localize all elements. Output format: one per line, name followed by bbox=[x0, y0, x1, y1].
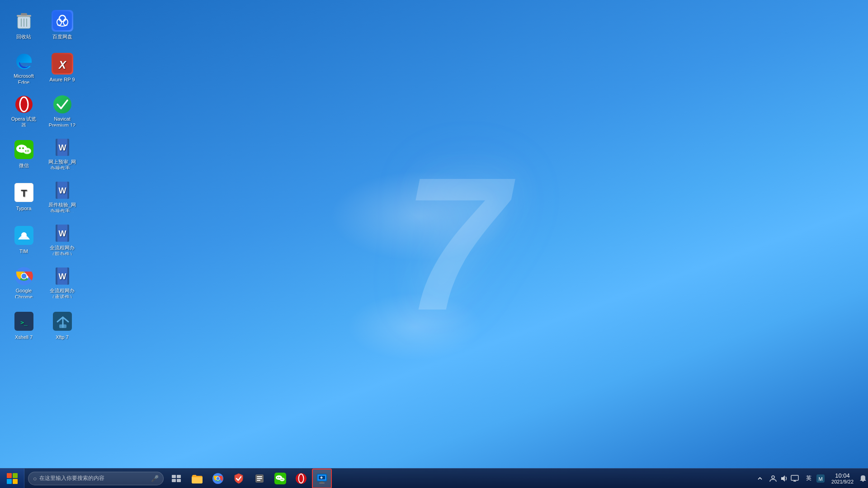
svg-rect-52 bbox=[172, 479, 176, 482]
edge-icon bbox=[13, 52, 35, 71]
desktop-icon-axure[interactable]: X Axure RP 9 bbox=[45, 50, 79, 86]
desktop-icon-doc3[interactable]: W 全流程网办（即办件）_... bbox=[45, 221, 79, 258]
glow-effect-1 bbox=[330, 171, 511, 261]
tim-label: TIM bbox=[19, 248, 28, 254]
tools-icon bbox=[254, 473, 265, 484]
desktop-icons-area: 回收站 百度网盘 bbox=[5, 5, 84, 350]
desktop-icon-opera[interactable]: Opera 试览器 bbox=[7, 93, 41, 129]
task-view-icon bbox=[172, 475, 181, 482]
chrome-icon bbox=[13, 267, 35, 286]
axure-icon: X bbox=[52, 53, 73, 75]
svg-rect-49 bbox=[13, 479, 18, 484]
svg-point-63 bbox=[277, 477, 278, 478]
baidu-pan-label: 百度网盘 bbox=[52, 33, 72, 40]
taskbar-app-rdp[interactable] bbox=[312, 469, 332, 488]
opera-taskbar-icon bbox=[295, 473, 307, 484]
desktop-icon-tim[interactable]: TIM bbox=[7, 221, 41, 258]
navicat-label: Navicat Premium 12 bbox=[47, 116, 77, 127]
taskbar-search[interactable]: ○ 在这里输入你要搜索的内容 🎤 bbox=[28, 472, 164, 485]
desktop-icon-doc2[interactable]: W 原件核验_网办操作手... bbox=[45, 178, 79, 215]
taskbar: ○ 在这里输入你要搜索的内容 🎤 bbox=[0, 468, 868, 488]
baidu-pan-icon bbox=[52, 10, 73, 32]
desktop-icon-xshell[interactable]: >_ Xshell 7 bbox=[7, 307, 41, 343]
wechat-label: 微信 bbox=[19, 162, 29, 169]
svg-rect-1 bbox=[21, 13, 27, 15]
taskbar-app-opera[interactable] bbox=[291, 469, 311, 488]
xftp-icon bbox=[52, 310, 73, 332]
svg-text:W: W bbox=[58, 143, 66, 152]
display-icon bbox=[791, 474, 799, 483]
svg-rect-60 bbox=[257, 480, 260, 481]
desktop-icon-baidu-pan[interactable]: 百度网盘 bbox=[45, 7, 79, 43]
desktop-icon-recycle-bin[interactable]: 回收站 bbox=[7, 7, 41, 43]
tray-icon-network[interactable] bbox=[768, 469, 778, 488]
recycle-bin-label: 回收站 bbox=[16, 33, 31, 40]
doc1-icon: W bbox=[52, 138, 73, 157]
volume-icon bbox=[780, 474, 788, 483]
task-view-button[interactable] bbox=[167, 469, 185, 488]
svg-rect-59 bbox=[257, 478, 262, 479]
tray-icons-group bbox=[764, 469, 803, 488]
svg-point-76 bbox=[772, 476, 774, 479]
typora-label: Typora bbox=[16, 205, 32, 211]
svg-rect-46 bbox=[7, 473, 12, 478]
svg-rect-77 bbox=[791, 475, 798, 480]
svg-rect-47 bbox=[13, 473, 18, 478]
svg-point-38 bbox=[21, 274, 26, 279]
taskbar-app-chrome[interactable] bbox=[208, 469, 228, 488]
recycle-bin-icon bbox=[13, 10, 35, 32]
taskbar-app-tools[interactable] bbox=[250, 469, 269, 488]
doc1-label: 网上预审_网办操作手... bbox=[47, 159, 77, 169]
glow-effect-2 bbox=[347, 293, 483, 361]
svg-point-21 bbox=[27, 150, 28, 151]
security-icon bbox=[233, 473, 245, 484]
chrome-label: Google Chrome bbox=[9, 287, 38, 298]
svg-text:X: X bbox=[57, 59, 66, 71]
navicat-icon bbox=[52, 95, 73, 114]
opera-label: Opera 试览器 bbox=[9, 116, 38, 127]
tray-icon-display[interactable] bbox=[790, 469, 800, 488]
svg-text:W: W bbox=[58, 186, 66, 195]
svg-text:T: T bbox=[21, 188, 27, 199]
svg-rect-72 bbox=[321, 481, 323, 483]
desktop-icon-doc1[interactable]: W 网上预审_网办操作手... bbox=[45, 136, 79, 172]
svg-point-20 bbox=[25, 150, 26, 151]
doc4-label: 全流程网办（承诺件）_... bbox=[47, 287, 77, 298]
svg-point-65 bbox=[280, 478, 285, 481]
desktop-icon-doc4[interactable]: W 全流程网办（承诺件）_... bbox=[45, 264, 79, 300]
svg-point-18 bbox=[22, 147, 24, 149]
desktop-icon-navicat[interactable]: Navicat Premium 12 bbox=[45, 93, 79, 129]
language-indicator[interactable]: 英 bbox=[803, 469, 814, 488]
clock[interactable]: 10:04 2021/9/22 bbox=[827, 469, 858, 488]
svg-rect-73 bbox=[319, 483, 325, 483]
svg-point-14 bbox=[53, 95, 71, 113]
desktop-icon-edge[interactable]: Microsoft Edge bbox=[7, 50, 41, 86]
tim-icon bbox=[13, 225, 35, 246]
notification-button[interactable] bbox=[858, 469, 868, 488]
chrome-taskbar-icon bbox=[212, 473, 224, 484]
desktop-icon-typora[interactable]: T Typora bbox=[7, 178, 41, 215]
tray-expand-button[interactable] bbox=[755, 469, 764, 488]
svg-point-17 bbox=[19, 147, 21, 149]
svg-point-66 bbox=[281, 479, 282, 480]
win7-watermark: 7 bbox=[402, 149, 508, 339]
desktop-icon-chrome[interactable]: Google Chrome bbox=[7, 264, 41, 300]
tray-icon-volume[interactable] bbox=[779, 469, 789, 488]
svg-point-12 bbox=[15, 96, 33, 113]
start-button[interactable] bbox=[0, 469, 24, 488]
svg-point-67 bbox=[283, 479, 283, 480]
desktop-icon-xftp[interactable]: Xftp 7 bbox=[45, 307, 79, 343]
ime-indicator[interactable]: M bbox=[814, 469, 827, 488]
wechat-icon bbox=[13, 139, 35, 160]
taskbar-app-wechat[interactable] bbox=[270, 469, 290, 488]
system-tray: 英 M 10:04 2021/9/22 bbox=[755, 469, 868, 488]
axure-label: Axure RP 9 bbox=[49, 76, 75, 83]
typora-icon: T bbox=[13, 182, 35, 203]
svg-point-56 bbox=[217, 477, 220, 480]
opera-icon bbox=[13, 95, 35, 114]
taskbar-app-security[interactable] bbox=[229, 469, 249, 488]
desktop-icon-wechat[interactable]: 微信 bbox=[7, 136, 41, 172]
svg-text:>_: >_ bbox=[20, 319, 28, 326]
svg-point-19 bbox=[23, 148, 31, 154]
taskbar-app-file-explorer[interactable] bbox=[187, 469, 207, 488]
